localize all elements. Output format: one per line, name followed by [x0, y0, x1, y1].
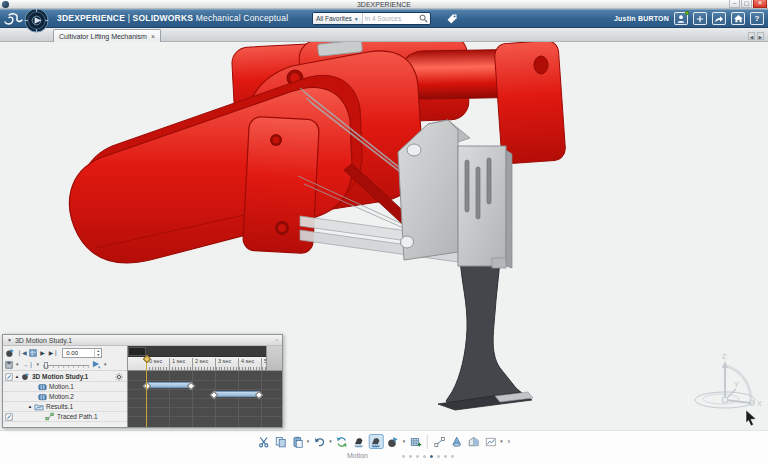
- home-button[interactable]: [731, 12, 745, 25]
- dropdown-caret[interactable]: ▼: [306, 439, 310, 444]
- undo-button[interactable]: [312, 434, 327, 449]
- keyframe-button[interactable]: [29, 348, 37, 358]
- help-button[interactable]: ?: [750, 12, 764, 25]
- animate-button[interactable]: [352, 434, 367, 449]
- cut-icon: [257, 436, 269, 448]
- measure-button[interactable]: [432, 434, 447, 449]
- chart-button[interactable]: [483, 434, 498, 449]
- shaded-view-button[interactable]: [466, 434, 481, 449]
- animate-icon: [353, 436, 365, 448]
- page-dot[interactable]: [451, 455, 454, 458]
- page-dot[interactable]: [409, 455, 412, 458]
- dropdown-caret[interactable]: ▼: [402, 439, 406, 444]
- tree-row-traced-path[interactable]: Traced Path.1: [3, 412, 127, 422]
- playback-mode-button[interactable]: →❘: [22, 360, 33, 370]
- add-content-button[interactable]: [693, 12, 707, 25]
- cultivator-shank[interactable]: [438, 256, 533, 410]
- expand-arrow-icon[interactable]: ▲: [27, 404, 33, 409]
- slider-handle[interactable]: [44, 362, 48, 369]
- collapse-chevron-icon[interactable]: ▼: [7, 337, 12, 343]
- expand-arrow-icon[interactable]: ▲: [14, 374, 20, 379]
- page-dot[interactable]: [437, 455, 440, 458]
- go-to-end-button[interactable]: ▶❘: [49, 348, 59, 358]
- user-profile-button[interactable]: [674, 12, 688, 25]
- user-name: Justin BURTON: [614, 15, 669, 22]
- tree-row-motion1[interactable]: Motion.1: [3, 382, 127, 392]
- playback-button[interactable]: [386, 434, 401, 449]
- tab-scroll-left[interactable]: ◀: [748, 32, 755, 40]
- shank-bracket[interactable]: [398, 120, 512, 268]
- page-dot[interactable]: [444, 455, 447, 458]
- time-spinner[interactable]: 0.00 ▲▼: [62, 348, 102, 358]
- timeline-bar[interactable]: [146, 382, 192, 388]
- update-button[interactable]: [335, 434, 350, 449]
- app-bar: 3DEXPERIENCE | SOLIDWORKS Mechanical Con…: [0, 9, 768, 28]
- share-button[interactable]: [712, 12, 726, 25]
- page-dot[interactable]: [402, 455, 405, 458]
- speed-slider[interactable]: [43, 361, 89, 369]
- user-icon: [676, 14, 686, 24]
- mechanism-button[interactable]: [408, 434, 423, 449]
- timeline-scroll-thumb[interactable]: [128, 347, 146, 356]
- cut-button[interactable]: [256, 434, 271, 449]
- dropdown-caret[interactable]: ▼: [15, 362, 19, 367]
- study-icon: [21, 372, 30, 381]
- tag-button[interactable]: [444, 12, 459, 25]
- online-status-dot: [685, 11, 689, 15]
- timeline-scrollband[interactable]: [128, 346, 282, 357]
- user-area: Justin BURTON ?: [614, 11, 764, 26]
- maximize-button[interactable]: ▢: [741, 0, 752, 8]
- paste-button[interactable]: [290, 434, 305, 449]
- page-dot[interactable]: [430, 455, 433, 458]
- motion-panel-titlebar[interactable]: ▼ 3D Motion Study.1 ▫: [3, 335, 282, 346]
- timeline-corner[interactable]: [266, 346, 282, 371]
- page-dot[interactable]: [423, 455, 426, 458]
- dropdown-caret[interactable]: ▼: [36, 362, 40, 367]
- dropdown-caret[interactable]: ▼: [499, 439, 503, 444]
- page-dot[interactable]: [416, 455, 419, 458]
- copy-button[interactable]: [273, 434, 288, 449]
- play-button[interactable]: ▶: [39, 348, 47, 358]
- calculate-button[interactable]: [92, 360, 101, 370]
- tree-row-results[interactable]: ▲ Results.1: [3, 402, 127, 412]
- close-button[interactable]: ✕: [753, 0, 767, 8]
- tree-row-study[interactable]: ▲ 3D Motion Study.1: [3, 372, 127, 382]
- cone-icon: [451, 436, 463, 448]
- tab-close-icon[interactable]: ×: [151, 33, 155, 40]
- search-scope-dropdown[interactable]: All Favorites ▼: [313, 13, 363, 24]
- motion-timeline[interactable]: 0 sec 1 sec 2 sec 3 sec 4 sec 5 sec: [127, 346, 282, 427]
- save-animation-button[interactable]: [5, 360, 13, 370]
- document-tab[interactable]: Cultivator Lifting Mechanism ×: [53, 29, 161, 42]
- search-button[interactable]: [417, 13, 430, 24]
- gear-icon[interactable]: [115, 373, 123, 382]
- mechanism-grid-icon: [410, 436, 422, 448]
- go-to-start-button[interactable]: ❘◀: [17, 348, 27, 358]
- motion-mode-button[interactable]: [369, 434, 384, 449]
- robot-triad-icon[interactable]: Z Y X: [691, 352, 763, 416]
- search-input[interactable]: [363, 13, 417, 24]
- panel-menu-icon[interactable]: ▫: [276, 337, 278, 343]
- tree-row-motion2[interactable]: Motion.2: [3, 392, 127, 402]
- motion-mode-icon: [370, 436, 382, 448]
- action-toolbar: ▼ ▼ ▼ ▼ ›: [256, 434, 513, 449]
- status-label: Motion: [347, 452, 368, 459]
- tab-strip: Cultivator Lifting Mechanism × ◀ ▶: [0, 28, 768, 42]
- search-scope-label: All Favorites: [316, 15, 352, 22]
- motion-study-icon[interactable]: [5, 348, 15, 358]
- dropdown-caret[interactable]: ▼: [103, 362, 107, 367]
- tab-scroll-right[interactable]: ▶: [757, 32, 764, 40]
- window-titlebar: 3DEXPERIENCE – ▢ ✕: [0, 0, 768, 9]
- 3dcompass-button[interactable]: [24, 8, 49, 33]
- dropdown-caret[interactable]: ▼: [328, 439, 332, 444]
- window-title: 3DEXPERIENCE: [0, 0, 768, 9]
- timeline-rows[interactable]: [128, 371, 282, 427]
- spinner-arrows[interactable]: ▲▼: [94, 349, 101, 357]
- section-button[interactable]: [449, 434, 464, 449]
- tag-icon: [446, 13, 458, 25]
- help-icon: ?: [755, 15, 760, 23]
- time-cursor[interactable]: [146, 357, 147, 427]
- chart-icon: [485, 436, 497, 448]
- minimize-button[interactable]: –: [729, 0, 740, 8]
- timeline-bar[interactable]: [213, 391, 260, 397]
- more-tools-chevron[interactable]: ›: [506, 437, 513, 446]
